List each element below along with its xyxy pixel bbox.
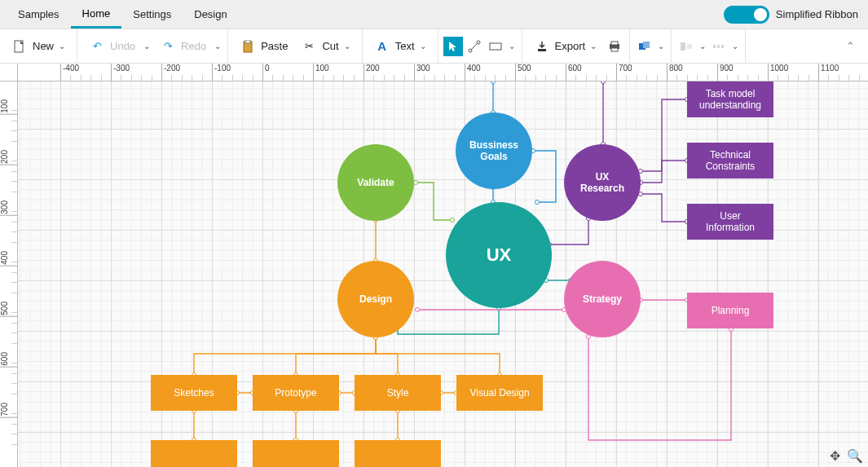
redo-split[interactable]: ⌄ (213, 42, 223, 51)
export-icon (532, 37, 552, 56)
svg-rect-15 (713, 45, 716, 48)
diagram-canvas[interactable]: -400-300-200-100010020030040050060070080… (0, 64, 868, 467)
toolbar: New⌄ ↶ Undo ⌄ ↷ Redo ⌄ Paste ✂ Cut⌄ A Te… (0, 29, 868, 64)
undo-split[interactable]: ⌄ (142, 42, 152, 51)
svg-rect-12 (643, 42, 650, 48)
shape-userinfo[interactable]: User Information (687, 204, 773, 240)
chevron-down-icon: ⌄ (418, 42, 428, 51)
tab-samples[interactable]: Samples (7, 2, 71, 27)
distribute-split[interactable]: ⌄ (730, 42, 740, 51)
svg-rect-6 (490, 43, 501, 50)
tab-design[interactable]: Design (183, 2, 238, 27)
pan-tool-icon[interactable]: ✥ (830, 448, 840, 464)
svg-rect-2 (245, 40, 250, 43)
shape-research[interactable]: UX Research (564, 144, 641, 221)
collapse-ribbon[interactable]: ⌃ (833, 40, 868, 52)
tab-home[interactable]: Home (71, 1, 122, 29)
svg-rect-10 (611, 48, 618, 51)
svg-rect-7 (538, 49, 546, 51)
svg-point-21 (535, 200, 540, 205)
shape-tool[interactable] (486, 37, 505, 56)
shape-style[interactable]: Style (355, 375, 441, 411)
ruler-corner (0, 64, 18, 82)
shape-design[interactable]: Design (337, 261, 414, 337)
ribbon-tabs: Samples Home Settings Design Simplified … (0, 0, 868, 29)
shape-tool-split[interactable]: ⌄ (507, 42, 517, 51)
shape-planning[interactable]: Planning (687, 293, 773, 328)
svg-point-25 (451, 218, 455, 222)
tab-settings[interactable]: Settings (121, 2, 183, 27)
ruler-vertical: 100200300400500600700 (0, 82, 18, 467)
shape-sub3[interactable] (355, 440, 441, 467)
paste-button[interactable]: Paste (233, 33, 293, 59)
align-button[interactable] (676, 37, 696, 56)
text-button[interactable]: A Text⌄ (368, 33, 433, 59)
svg-point-45 (416, 308, 420, 312)
shape-validate[interactable]: Validate (337, 144, 414, 221)
svg-rect-17 (721, 45, 724, 48)
svg-rect-14 (687, 44, 692, 49)
shape-task[interactable]: Task model understanding (687, 82, 773, 117)
shape-sketches[interactable]: Sketches (151, 375, 237, 411)
shape-sub2[interactable] (253, 440, 339, 467)
chevron-down-icon: ⌄ (342, 42, 352, 51)
export-button[interactable]: Export⌄ (527, 33, 604, 59)
new-file-icon (10, 37, 29, 56)
svg-rect-13 (681, 42, 685, 51)
svg-point-22 (491, 82, 496, 84)
undo-button[interactable]: ↶ Undo (82, 33, 140, 59)
svg-point-26 (601, 82, 606, 84)
shape-strategy[interactable]: Strategy (564, 261, 641, 337)
shape-prototype[interactable]: Prototype (253, 375, 339, 411)
new-button[interactable]: New⌄ (5, 33, 72, 59)
simplified-ribbon-label: Simplified Ribbon (776, 8, 858, 20)
cut-icon: ✂ (299, 37, 319, 56)
chevron-down-icon: ⌄ (57, 42, 67, 51)
svg-point-24 (414, 181, 418, 185)
text-icon: A (372, 37, 392, 56)
shape-visual[interactable]: Visual Design (456, 375, 543, 411)
print-button[interactable] (605, 37, 624, 56)
redo-button[interactable]: ↷ Redo (153, 33, 211, 59)
undo-icon: ↶ (87, 37, 107, 56)
simplified-ribbon-toggle[interactable] (724, 6, 769, 24)
svg-line-5 (471, 43, 478, 50)
zoom-tool-icon[interactable]: 🔍 (847, 448, 863, 464)
cut-button[interactable]: ✂ Cut⌄ (294, 33, 356, 59)
connector-tool[interactable] (465, 37, 484, 56)
arrange-button[interactable] (635, 37, 654, 56)
shape-goals[interactable]: Bussiness Goals (456, 112, 532, 189)
shape-tech[interactable]: Technical Constraints (687, 143, 773, 178)
svg-rect-9 (611, 42, 618, 45)
align-split[interactable]: ⌄ (698, 42, 707, 51)
shape-sub1[interactable] (151, 440, 237, 467)
redo-icon: ↷ (158, 37, 178, 56)
pointer-tool[interactable] (443, 37, 463, 56)
ruler-horizontal: -400-300-200-100010020030040050060070080… (18, 64, 868, 82)
arrange-split[interactable]: ⌄ (656, 42, 666, 51)
chevron-down-icon: ⌄ (588, 42, 598, 51)
shape-ux[interactable]: UX (446, 202, 552, 308)
paste-icon (238, 37, 258, 56)
svg-rect-16 (717, 45, 720, 48)
distribute-button[interactable] (709, 37, 729, 56)
diagram-stage[interactable]: UXBussiness GoalsValidateUX ResearchDesi… (18, 82, 868, 467)
